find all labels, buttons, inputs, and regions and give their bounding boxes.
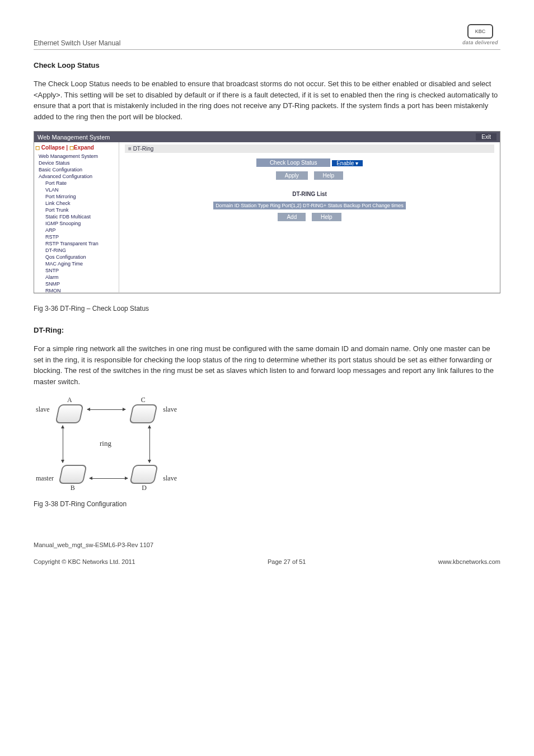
section1-paragraph: The Check Loop Status needs to be enable… — [34, 78, 500, 122]
node-b-role: master — [36, 474, 54, 483]
ring-topology-diagram: slave A C slave ring master B — [34, 396, 179, 492]
nav-item[interactable]: RMON — [35, 287, 118, 292]
nav-item[interactable]: SNMP — [35, 281, 118, 287]
manual-title: Ethernet Switch User Manual — [34, 39, 120, 47]
figure-3-36-caption: Fig 3-36 DT-Ring – Check Loop Status — [34, 305, 500, 312]
page-footer: Manual_web_mgt_sw-ESML6-P3-Rev 1107 Copy… — [34, 542, 500, 565]
dt-ring-list-caption: DT-RING List — [125, 191, 494, 197]
nav-item[interactable]: MAC Aging Time — [35, 260, 118, 267]
nav-item[interactable]: Static FDB Multicast — [35, 213, 118, 220]
nav-item[interactable]: Alarm — [35, 274, 118, 281]
node-c-role: slave — [163, 405, 177, 414]
brand-logo: KBC data delivered — [460, 22, 500, 47]
footer-docid: Manual_web_mgt_sw-ESML6-P3-Rev 1107 — [34, 542, 500, 548]
nav-item[interactable]: Port Mirroring — [35, 193, 118, 200]
nav-item[interactable]: ARP — [35, 227, 118, 234]
nav-item[interactable]: RSTP — [35, 234, 118, 240]
section2-paragraph: For a simple ring network all the switch… — [34, 343, 500, 387]
node-a-role: slave — [36, 405, 50, 414]
exit-button[interactable]: Exit — [476, 133, 496, 141]
nav-item[interactable]: Web Management System — [35, 153, 118, 160]
nav-item[interactable]: IGMP Snooping — [35, 220, 118, 227]
link-a-b — [63, 426, 63, 463]
nav-item[interactable]: Port Rate — [35, 180, 118, 186]
check-loop-status-select[interactable]: Enable ▾ — [332, 160, 363, 166]
footer-copyright: Copyright © KBC Networks Ltd. 2011 — [34, 558, 135, 565]
nav-tree: ◻ Collapse | ◻Expand Web Management Syst… — [34, 142, 119, 292]
node-b-label: B — [71, 484, 75, 492]
help-button[interactable]: Help — [314, 171, 344, 180]
nav-item[interactable]: Port Trunk — [35, 207, 118, 213]
add-button[interactable]: Add — [278, 213, 306, 221]
section-heading-check-loop: Check Loop Status — [34, 61, 500, 69]
footer-page-number: Page 27 of 51 — [268, 558, 306, 565]
screenshot-main: ≡ DT-Ring Check Loop Status Enable ▾ App… — [119, 142, 500, 292]
nav-item[interactable]: Link Check — [35, 200, 118, 207]
apply-button[interactable]: Apply — [276, 171, 308, 180]
nav-item[interactable]: Basic Configuration — [35, 166, 118, 173]
nav-item[interactable]: DT-RING — [35, 247, 118, 254]
node-d-role: slave — [163, 474, 177, 483]
nav-item[interactable]: VLAN — [35, 186, 118, 193]
node-c-label: C — [141, 396, 146, 404]
switch-icon — [130, 465, 158, 484]
ring-label: ring — [100, 439, 111, 448]
check-loop-status-label: Check Loop Status — [256, 158, 331, 167]
logo-tagline: data delivered — [462, 40, 498, 45]
screenshot-title: Web Management System — [38, 134, 110, 141]
switch-icon — [129, 404, 157, 423]
nav-item[interactable]: RSTP Transparent Tran — [35, 240, 118, 247]
screenshot-titlebar: Web Management System Exit — [34, 132, 500, 142]
help-button-2[interactable]: Help — [312, 213, 341, 221]
nav-item[interactable]: Advanced Configuration — [35, 173, 118, 180]
switch-icon — [55, 404, 84, 423]
dt-ring-list-header: Domain ID Station Type Ring Port(1,2) DT… — [213, 202, 406, 209]
switch-icon — [58, 465, 87, 484]
link-c-d — [149, 426, 150, 463]
logo-mark: KBC — [467, 24, 493, 39]
nav-item[interactable]: SNTP — [35, 267, 118, 274]
nav-collapse-expand[interactable]: ◻ Collapse | ◻Expand — [35, 144, 118, 151]
figure-3-36-screenshot: Web Management System Exit ◻ Collapse | … — [34, 131, 500, 293]
footer-url: www.kbcnetworks.com — [438, 558, 500, 565]
breadcrumb: ≡ DT-Ring — [125, 144, 494, 153]
node-a-label: A — [67, 396, 72, 404]
nav-item[interactable]: Qos Configuration — [35, 254, 118, 260]
page-header: Ethernet Switch User Manual KBC data del… — [34, 22, 500, 50]
figure-3-38-caption: Fig 3-38 DT-Ring Configuration — [34, 500, 500, 508]
section-heading-dt-ring: DT-Ring: — [34, 326, 500, 334]
nav-item[interactable]: Device Status — [35, 160, 118, 166]
link-a-c — [87, 409, 125, 410]
link-b-d — [90, 478, 128, 479]
node-d-label: D — [142, 484, 147, 492]
